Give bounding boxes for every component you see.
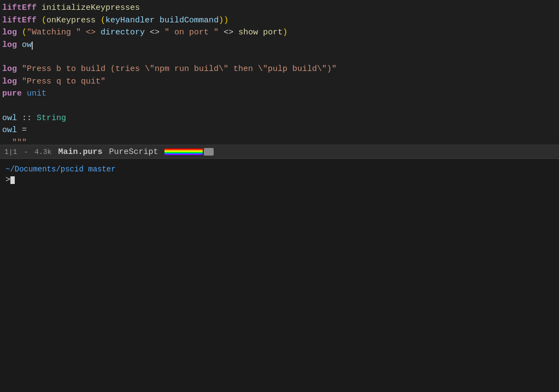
code-line-3: log ("Watching " <> directory <> " on po… [0, 27, 559, 39]
terminal-input-line[interactable]: > [5, 175, 554, 185]
code-line-5: log "Press b to build (tries \"npm run b… [0, 63, 559, 76]
code-line-7: pure unit [0, 88, 559, 100]
code-line-9: owl = [0, 124, 559, 137]
code-line-1: liftEff initializeKeypresses [0, 2, 559, 15]
code-line-empty-1 [0, 51, 559, 63]
terminal-prompt-arrow: > [5, 175, 10, 185]
file-size: - [23, 148, 28, 156]
status-bar: 1|1 - 4.3k Main.purs PureScript [0, 145, 559, 159]
editor-pane[interactable]: liftEff initializeKeypresses liftEff (on… [0, 0, 559, 145]
terminal-branch: master [88, 165, 115, 174]
cursor-position: 1|1 [4, 148, 17, 156]
code-line-8: owl :: String [0, 112, 559, 125]
code-line-4: log ow [0, 39, 559, 52]
filename[interactable]: Main.purs [58, 147, 102, 157]
nyan-icon [204, 148, 214, 156]
language[interactable]: PureScript [109, 147, 158, 157]
file-size-value: 4.3k [34, 148, 51, 156]
code-line-empty-2 [0, 100, 559, 112]
nyan-rainbow [164, 149, 203, 155]
code-line-10: """ [0, 137, 559, 145]
nyan-cat-decoration [164, 148, 214, 156]
terminal-pane[interactable]: ~/Documents/pscid master > [0, 159, 559, 392]
terminal-path: ~/Documents/pscid [5, 165, 84, 174]
code-line-2: liftEff (onKeypress (keyHandler buildCom… [0, 15, 559, 27]
terminal-path-line: ~/Documents/pscid master [5, 163, 554, 175]
code-line-6: log "Press q to quit" [0, 76, 559, 88]
terminal-cursor [10, 176, 15, 184]
